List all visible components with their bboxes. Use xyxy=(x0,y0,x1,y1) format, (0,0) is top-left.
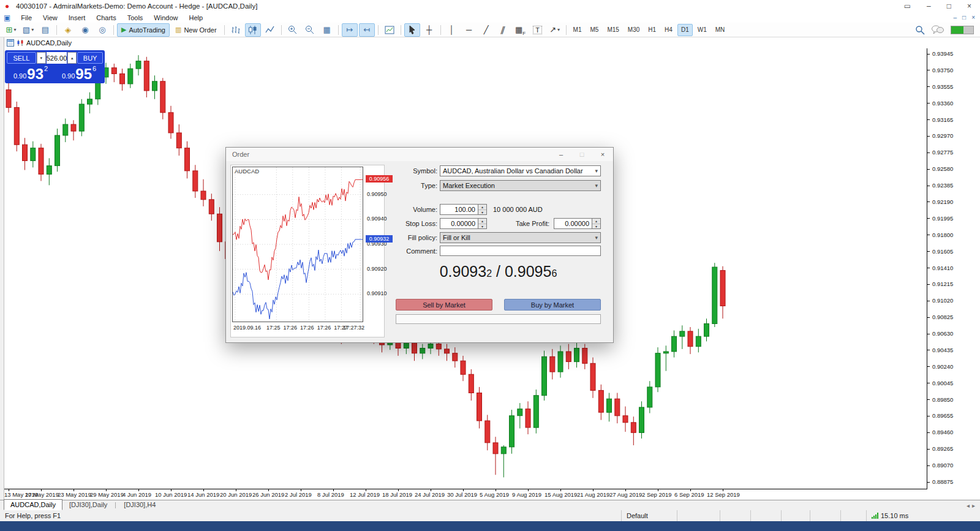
equidistant-channel-button[interactable]: ∥ xyxy=(496,23,511,37)
menu-items: FileViewInsertChartsToolsWindowHelp xyxy=(15,13,208,22)
close-button[interactable]: × xyxy=(967,2,971,10)
timeframe-m5[interactable]: M5 xyxy=(587,24,603,36)
bar-chart-button[interactable] xyxy=(228,23,244,37)
timeframe-m15[interactable]: M15 xyxy=(603,24,622,36)
menu-item-help[interactable]: Help xyxy=(183,13,208,22)
buy-by-market-button[interactable]: Buy by Market xyxy=(504,299,601,311)
order-dialog-titlebar[interactable]: Order – □ × xyxy=(226,148,613,161)
tab--dji30-daily[interactable]: [DJI30],Daily xyxy=(62,499,114,510)
trendline-button[interactable]: ╱ xyxy=(478,23,494,37)
stop-loss-spinner[interactable]: ▴▾ xyxy=(478,219,486,228)
autotrading-label: AutoTrading xyxy=(129,26,165,34)
spin-down-icon[interactable]: ▾ xyxy=(478,224,486,229)
menu-item-view[interactable]: View xyxy=(37,13,63,22)
mdi-minimize-button[interactable]: – xyxy=(954,14,957,21)
candlestick-chart-button[interactable] xyxy=(245,23,261,37)
sell-by-market-button[interactable]: Sell by Market xyxy=(396,299,492,311)
new-order-button[interactable]: ▥New Order xyxy=(171,23,221,37)
text-tool-button[interactable]: T xyxy=(530,23,546,37)
navigator-button[interactable]: ◉ xyxy=(77,23,93,37)
minimize-button[interactable]: – xyxy=(927,2,931,10)
horizontal-line-button[interactable]: ─ xyxy=(461,23,477,37)
tab-scroll-right-button[interactable]: ▸ xyxy=(972,502,975,509)
search-button[interactable] xyxy=(915,25,925,35)
volume-spinner[interactable]: ▴▾ xyxy=(478,205,486,214)
toolbar-separator xyxy=(440,25,441,35)
volume-input[interactable]: 526.00 xyxy=(47,52,67,64)
date-axis-label: 30 Jul 2019 xyxy=(447,491,477,498)
sell-quote[interactable]: 0.90932 xyxy=(7,65,55,81)
spin-up-icon[interactable]: ▴ xyxy=(478,219,486,224)
timeframe-mn[interactable]: MN xyxy=(712,24,729,36)
type-select[interactable]: Market Execution ▾ xyxy=(440,180,601,191)
menu-item-insert[interactable]: Insert xyxy=(63,13,91,22)
spin-up-icon[interactable]: ▴ xyxy=(478,205,486,210)
auto-scroll-button[interactable]: ↦ xyxy=(342,23,358,37)
spin-down-icon[interactable]: ▾ xyxy=(478,210,486,215)
dialog-close-button[interactable]: × xyxy=(592,148,613,161)
fill-policy-select[interactable]: Fill or Kill ▾ xyxy=(440,232,601,243)
timeframe-h4[interactable]: H4 xyxy=(661,24,676,36)
tab-scroll-left-button[interactable]: ◂ xyxy=(967,502,970,509)
menu-item-file[interactable]: File xyxy=(15,13,37,22)
presentation-icon[interactable]: ▭ xyxy=(904,2,911,10)
symbol-value: AUDCAD, Australian Dollar vs Canadian Do… xyxy=(443,167,583,175)
price-axis-label: 0.89265 xyxy=(932,445,953,452)
chart-symbol-label: AUDCAD,Daily xyxy=(26,39,72,47)
data-window-button[interactable]: ◈ xyxy=(60,23,76,37)
zoom-out-button[interactable] xyxy=(302,23,318,37)
chat-button[interactable] xyxy=(931,25,944,34)
sell-button[interactable]: SELL xyxy=(7,52,36,64)
arrows-tool-button[interactable]: ↗▾ xyxy=(547,23,563,37)
chart-shift-button[interactable]: ↤ xyxy=(359,23,375,37)
maximize-button[interactable]: □ xyxy=(947,2,951,10)
volume-field[interactable]: 100.00 ▴▾ xyxy=(440,204,487,215)
take-profit-spinner[interactable]: ▴▾ xyxy=(592,219,600,228)
tab-audcad-daily[interactable]: AUDCAD,Daily xyxy=(4,499,62,510)
spin-up-icon[interactable]: ▴ xyxy=(592,219,600,224)
mdi-restore-button[interactable]: □ xyxy=(962,14,966,21)
volume-increase-button[interactable]: ▴ xyxy=(67,52,77,64)
timeframe-d1[interactable]: D1 xyxy=(677,24,693,36)
market-watch-button[interactable]: ▤ xyxy=(37,23,53,37)
menu-item-window[interactable]: Window xyxy=(148,13,183,22)
tick-y-label: 0.90910 xyxy=(367,290,387,296)
mdi-close-button[interactable]: × xyxy=(971,14,975,21)
line-chart-button[interactable] xyxy=(262,23,278,37)
new-chart-button[interactable]: ⊞▾ xyxy=(3,23,19,37)
child-window-icon[interactable]: ▣ xyxy=(4,13,10,22)
menu-item-tools[interactable]: Tools xyxy=(122,13,149,22)
menu-item-charts[interactable]: Charts xyxy=(91,13,121,22)
crosshair-button[interactable]: ┼ xyxy=(421,23,437,37)
buy-quote[interactable]: 0.90956 xyxy=(55,65,103,81)
toolbox-button[interactable]: ◎ xyxy=(94,23,110,37)
tick-chart-symbol: AUDCAD xyxy=(235,168,259,175)
fibonacci-button[interactable]: ▦F xyxy=(513,23,529,37)
vertical-line-button[interactable]: │ xyxy=(444,23,460,37)
profiles-button[interactable]: ▧▾ xyxy=(20,23,36,37)
take-profit-field[interactable]: 0.00000 ▴▾ xyxy=(554,218,601,229)
dialog-minimize-button[interactable]: – xyxy=(551,148,571,161)
navigator-icon: ◉ xyxy=(81,25,88,34)
autotrading-button[interactable]: ▶AutoTrading xyxy=(117,23,170,37)
buy-button[interactable]: BUY xyxy=(77,52,103,64)
tab--dji30-h4[interactable]: [DJI30],H4 xyxy=(117,499,162,510)
timeframe-m30[interactable]: M30 xyxy=(624,24,643,36)
bid-price-pip: 2 xyxy=(486,268,492,279)
spin-down-icon[interactable]: ▾ xyxy=(592,224,600,229)
timeframe-w1[interactable]: W1 xyxy=(694,24,710,36)
zoom-in-button[interactable] xyxy=(285,23,301,37)
cursor-button[interactable] xyxy=(404,23,420,37)
symbol-select[interactable]: AUDCAD, Australian Dollar vs Canadian Do… xyxy=(440,165,601,176)
price-axis[interactable]: 0.939450.937500.935550.933600.931650.929… xyxy=(927,48,980,489)
volume-decrease-button[interactable]: ▾ xyxy=(37,52,46,64)
stop-loss-field[interactable]: 0.00000 ▴▾ xyxy=(440,218,487,229)
date-axis[interactable]: 13 May 201917 May 201923 May 201929 May … xyxy=(4,489,927,499)
indicators-button[interactable] xyxy=(382,23,398,37)
comment-input[interactable] xyxy=(440,246,601,256)
price-tick xyxy=(927,383,930,383)
timeframe-h1[interactable]: H1 xyxy=(644,24,660,36)
timeframe-m1[interactable]: M1 xyxy=(570,24,586,36)
horizontal-line-icon: ─ xyxy=(466,25,472,34)
tile-windows-button[interactable]: ▦ xyxy=(319,23,335,37)
